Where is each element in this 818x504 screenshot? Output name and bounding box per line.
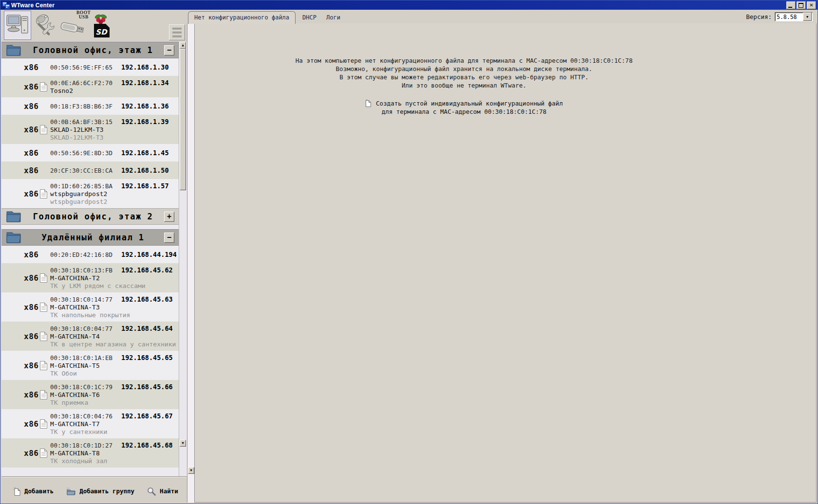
terminal-group-header[interactable]: Головной офис, этаж 1− [1, 42, 179, 58]
terminal-ip: 192.168.45.68 [121, 441, 173, 449]
terminal-mac: 00:30:18:C0:04:77 [50, 325, 121, 333]
scroll-down-button[interactable]: ▼ [180, 440, 186, 447]
window-title: WTware Center [11, 2, 785, 9]
tab-logs[interactable]: Логи [321, 14, 345, 21]
terminal-row[interactable]: x8600:30:18:C0:1A:EB192.168.45.65M-GATCH… [1, 351, 179, 380]
sidebar-scrollbar[interactable]: ▲ ▼ [179, 42, 186, 476]
terminal-ip: 192.168.45.65 [121, 354, 173, 361]
terminal-info: 00:30:18:C0:04:76192.168.45.67M-GATCHINA… [50, 412, 179, 436]
terminal-row[interactable]: x8600:20:ED:42:16:8D192.168.44.194 [1, 246, 179, 263]
minimize-button[interactable] [786, 1, 796, 9]
tab-no-config-file[interactable]: Нет конфигурационного файла [188, 11, 296, 24]
boot-usb-toolbar-button[interactable]: BOOT USB [60, 11, 90, 39]
terminal-mac: 00:30:18:C0:1C:79 [50, 383, 121, 391]
terminal-row[interactable]: x8600:30:18:C0:04:76192.168.45.67M-GATCH… [1, 409, 179, 438]
terminal-info: 00:30:18:C0:04:77192.168.45.64M-GATCHINA… [50, 324, 179, 348]
terminal-mac: 00:20:ED:42:16:8D [50, 251, 121, 259]
terminal-arch-cell: x86 [1, 419, 50, 429]
terminal-mac: 00:30:18:C0:14:77 [50, 296, 121, 304]
version-select[interactable]: 5.8.58 ▼ [775, 12, 813, 21]
terminal-info: 00:1D:60:26:85:BA192.168.1.57wtspbguardp… [50, 182, 179, 206]
raspberry-sd-toolbar-button[interactable]: SD [91, 13, 112, 39]
terminal-description: ТК Обои [50, 370, 179, 378]
terminal-info: 00:30:18:C0:1D:27192.168.45.68M-GATCHINA… [50, 441, 179, 465]
menu-button[interactable] [169, 24, 185, 40]
terminal-arch-label: x86 [24, 189, 38, 198]
add-group-button[interactable]: Добавить группу [66, 487, 134, 495]
settings-toolbar-button[interactable] [33, 12, 59, 38]
terminal-ip: 192.168.45.67 [121, 412, 173, 420]
terminal-ip: 192.168.1.57 [121, 182, 169, 190]
terminal-row[interactable]: x8600:0B:6A:BF:3B:15192.168.1.39SKLAD-12… [1, 115, 179, 144]
terminal-mac: 00:30:18:C0:13:FB [50, 267, 121, 274]
no-config-message: На этом компьютере нет конфигурационного… [195, 56, 733, 90]
app-window: WTware Center ✕ [0, 0, 818, 504]
scroll-thumb[interactable] [180, 49, 186, 190]
terminal-row[interactable]: x8600:30:18:C0:14:77192.168.45.63M-GATCH… [1, 292, 179, 322]
terminal-name: M-GATCHINA-T6 [50, 391, 179, 399]
terminal-mac: 00:50:56:9E:FF:65 [50, 64, 121, 72]
config-file-icon [39, 419, 48, 429]
add-terminal-label: Добавить [24, 487, 54, 495]
terminal-ip: 192.168.45.63 [121, 295, 173, 303]
app-body: BOOT USB [1, 10, 817, 503]
terminal-name: SKLAD-12LKM-T3 [50, 126, 179, 134]
terminal-description: wtspbguardpost2 [50, 198, 179, 206]
terminal-info: 20:CF:30:CC:EB:CA192.168.1.50 [50, 166, 179, 175]
folder-icon [5, 210, 22, 223]
config-file-icon [39, 390, 48, 400]
terminals-toolbar-button[interactable] [4, 11, 31, 40]
message-line: На этом компьютере нет конфигурационного… [195, 56, 733, 65]
scroll-up-button[interactable]: ▲ [180, 42, 186, 49]
terminal-mac: 00:0E:A6:6C:F2:70 [50, 79, 121, 87]
collapse-group-button[interactable]: − [164, 233, 174, 243]
terminal-mac: 00:30:18:C0:1A:EB [50, 354, 121, 362]
terminal-arch-label: x86 [24, 449, 38, 458]
terminal-row[interactable]: x8600:30:18:C0:1C:79192.168.45.66M-GATCH… [1, 380, 179, 409]
terminal-arch-cell: x86 [1, 63, 50, 72]
create-config-line1: Создать пустой индивидуальный конфигурац… [376, 100, 563, 107]
terminal-row[interactable]: x8600:50:56:9E:8D:3D192.168.1.45 [1, 144, 179, 162]
terminal-name: wtspbguardpost2 [50, 190, 179, 198]
terminal-arch-label: x86 [24, 63, 38, 72]
terminal-group-header[interactable]: Удалённый филиал 1− [1, 229, 179, 246]
terminal-ip: 192.168.1.34 [121, 79, 169, 87]
scroll-down-button[interactable]: ▼ [188, 467, 194, 474]
terminal-info: 00:30:18:C0:13:FB192.168.45.62M-GATCHINA… [50, 266, 179, 290]
tab-dhcp[interactable]: DHCP [297, 14, 321, 21]
new-file-icon [13, 487, 20, 496]
maximize-button[interactable] [797, 1, 806, 9]
terminal-ip: 192.168.1.30 [121, 63, 169, 71]
version-area: Версия: 5.8.58 ▼ [746, 12, 817, 21]
collapse-group-button[interactable]: − [164, 45, 174, 55]
terminal-description: ТК приемка [50, 399, 179, 407]
terminal-row[interactable]: x8600:30:18:C0:13:FB192.168.45.62M-GATCH… [1, 263, 179, 292]
terminal-name: M-GATCHINA-T4 [50, 333, 179, 341]
terminal-mac: 00:0B:6A:BF:3B:15 [50, 118, 121, 126]
create-config-link[interactable]: Создать пустой индивидуальный конфигурац… [195, 99, 733, 116]
terminal-row[interactable]: x8600:30:18:C0:04:77192.168.45.64M-GATCH… [1, 322, 179, 351]
terminal-description: ТК холодный зал [50, 457, 179, 465]
terminal-description: ТК в центре магазина у сантехники [50, 341, 179, 348]
group-title: Удалённый филиал 1 [22, 233, 164, 242]
find-label: Найти [160, 487, 178, 495]
close-button[interactable]: ✕ [807, 1, 816, 9]
terminal-row[interactable]: x8600:1D:60:26:85:BA192.168.1.57wtspbgua… [1, 179, 179, 208]
terminal-row[interactable]: x8620:CF:30:CC:EB:CA192.168.1.50 [1, 162, 179, 179]
terminal-row[interactable]: x8600:0E:A6:6C:F2:70192.168.1.34Tosno2 [1, 76, 179, 97]
terminal-row[interactable]: x8600:50:56:9E:FF:65192.168.1.30 [1, 58, 179, 76]
expand-group-button[interactable]: + [164, 212, 174, 222]
chevron-down-icon[interactable]: ▼ [803, 13, 812, 21]
find-button[interactable]: Найти [147, 487, 178, 496]
terminal-row[interactable]: x8600:30:18:C0:1D:27192.168.45.68M-GATCH… [1, 438, 179, 468]
terminal-ip: 192.168.45.62 [121, 266, 173, 274]
add-terminal-button[interactable]: Добавить [13, 487, 54, 496]
terminal-name: Tosno2 [50, 87, 179, 95]
terminal-arch-cell: x86 [1, 390, 50, 400]
terminal-arch-cell: x86 [1, 166, 50, 175]
terminal-info: 00:50:56:9E:FF:65192.168.1.30 [50, 63, 179, 72]
terminal-group-header[interactable]: Головной офис, этаж 2+ [1, 208, 179, 225]
terminal-groups: Головной офис, этаж 1−x8600:50:56:9E:FF:… [1, 42, 179, 476]
main-scrollbar-track[interactable]: ▼ [187, 23, 194, 503]
terminal-row[interactable]: x8600:18:F3:8B:B6:3F192.168.1.36 [1, 97, 179, 115]
